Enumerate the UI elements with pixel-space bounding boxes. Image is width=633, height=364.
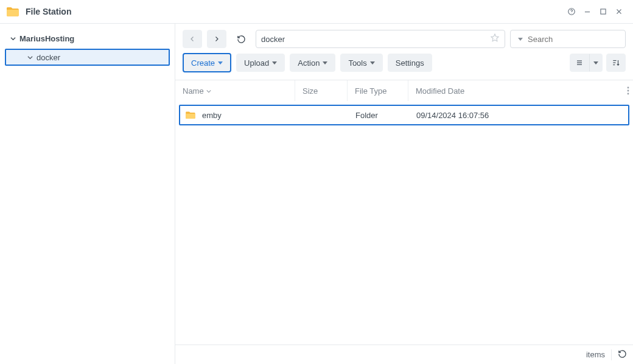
sort-caret-icon <box>206 86 211 96</box>
tools-button[interactable]: Tools <box>340 54 382 72</box>
separator <box>611 349 612 360</box>
row-modified: 09/14/2024 16:07:56 <box>416 111 489 120</box>
row-type: Folder <box>355 111 378 120</box>
search-options-caret-icon[interactable] <box>518 38 523 41</box>
path-text: docker <box>261 35 490 44</box>
column-header-size[interactable]: Size <box>295 80 347 101</box>
settings-label: Settings <box>396 58 424 68</box>
upload-button[interactable]: Upload <box>236 54 285 72</box>
settings-button[interactable]: Settings <box>388 54 432 72</box>
tree-root-node[interactable]: MariusHosting <box>0 30 175 47</box>
status-items-label: items <box>586 350 605 359</box>
folder-icon <box>185 111 196 119</box>
refresh-icon <box>618 349 627 359</box>
path-input[interactable]: docker <box>256 30 505 48</box>
nav-back-button[interactable] <box>183 30 202 48</box>
tools-label: Tools <box>348 58 366 68</box>
tree-root-label: MariusHosting <box>19 34 74 43</box>
refresh-button[interactable] <box>231 30 251 48</box>
chevron-down-icon <box>323 61 327 65</box>
status-refresh-button[interactable] <box>618 349 627 360</box>
table-row[interactable]: emby Folder 09/14/2024 16:07:56 <box>179 105 629 125</box>
chevron-down-icon <box>370 61 375 65</box>
action-button[interactable]: Action <box>290 54 335 72</box>
column-header-type[interactable]: File Type <box>347 80 408 101</box>
svg-point-16 <box>628 87 629 89</box>
app-folder-icon <box>6 6 19 17</box>
action-label: Action <box>298 58 320 68</box>
window-title: File Station <box>26 7 71 16</box>
favorite-star-icon[interactable] <box>490 33 500 45</box>
chevron-down-icon <box>272 61 277 65</box>
search-input[interactable] <box>526 34 631 44</box>
caret-down-icon <box>9 34 17 43</box>
view-mode-caret-button[interactable] <box>589 54 603 72</box>
column-options-button[interactable] <box>616 80 633 101</box>
view-mode-split-button <box>570 54 603 72</box>
chevron-down-icon <box>218 61 223 65</box>
svg-marker-6 <box>491 34 498 41</box>
minimize-button[interactable] <box>579 4 595 19</box>
svg-rect-3 <box>601 9 606 14</box>
tree-child-label: docker <box>37 53 60 62</box>
svg-point-18 <box>628 93 629 95</box>
kebab-icon <box>627 86 629 95</box>
close-button[interactable] <box>611 4 627 19</box>
nav-forward-button[interactable] <box>207 30 226 48</box>
column-header-row: Name Size File Type Modified Date <box>175 80 633 101</box>
row-name: emby <box>202 111 222 120</box>
create-label: Create <box>191 58 215 68</box>
caret-down-icon <box>26 53 34 61</box>
chevron-down-icon <box>593 61 598 65</box>
sort-icon <box>611 58 621 67</box>
folder-tree: MariusHosting docker <box>0 24 175 364</box>
list-icon <box>575 59 584 66</box>
column-header-modified[interactable]: Modified Date <box>408 80 616 101</box>
svg-point-17 <box>628 90 629 92</box>
upload-label: Upload <box>244 58 269 68</box>
svg-point-1 <box>572 13 572 13</box>
search-box[interactable] <box>510 30 626 48</box>
column-header-name[interactable]: Name <box>175 80 295 101</box>
sort-button[interactable] <box>606 54 626 72</box>
maximize-button[interactable] <box>595 4 611 19</box>
view-list-button[interactable] <box>570 54 589 72</box>
tree-child-node[interactable]: docker <box>5 49 170 66</box>
help-button[interactable] <box>564 4 579 19</box>
create-button[interactable]: Create <box>183 53 231 72</box>
